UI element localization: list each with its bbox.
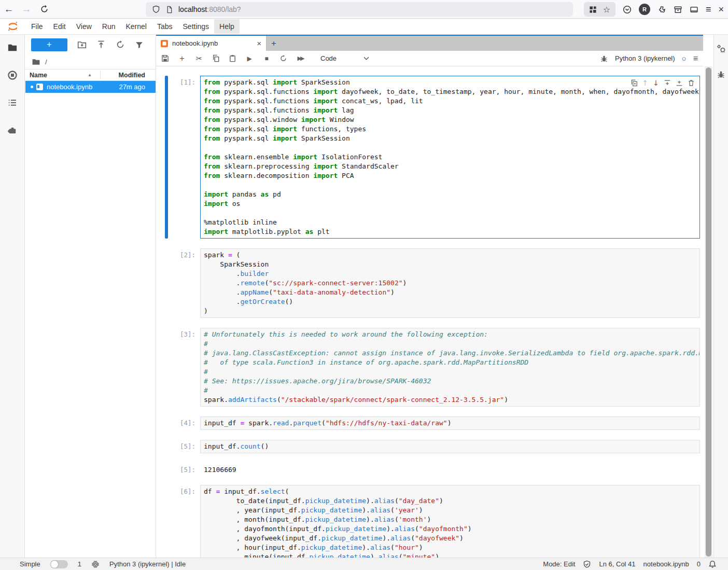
menu-settings[interactable]: Settings — [178, 19, 215, 34]
sort-ascending-icon[interactable]: ▲ — [88, 73, 92, 77]
file-browser-toolbar: + — [25, 35, 156, 54]
code-line: from sklearn.decomposition import PCA — [204, 171, 696, 180]
move-cell-up-icon[interactable]: ↑ — [642, 79, 649, 87]
save-icon[interactable] — [161, 54, 169, 62]
code-cell[interactable]: [5]:input_df.count() — [165, 440, 700, 453]
kernel-status-label[interactable]: Python 3 (ipykernel) | Idle — [109, 560, 186, 568]
new-tab-button[interactable]: + — [267, 36, 281, 51]
cell-editor[interactable]: input_df.count() — [200, 440, 700, 453]
file-row-selected[interactable]: notebook.ipynb 27m ago — [25, 81, 156, 93]
upload-icon[interactable] — [96, 40, 106, 49]
kernel-status-icon[interactable]: ○ — [682, 54, 687, 63]
move-cell-down-icon[interactable]: ↓ — [653, 79, 659, 87]
menu-view[interactable]: View — [71, 19, 97, 34]
kernel-chip-icon[interactable] — [91, 560, 100, 568]
restart-run-all-icon[interactable]: ▶▶ — [296, 55, 304, 62]
chevron-down-icon — [363, 57, 369, 60]
delete-cell-icon[interactable] — [688, 79, 695, 87]
home-folder-icon[interactable] — [32, 58, 40, 66]
cut-cells-icon[interactable]: ✂ — [195, 54, 203, 63]
cell-input-prompt: [5]: — [168, 440, 200, 453]
table-of-contents-icon[interactable] — [7, 98, 18, 108]
kernel-indicator-group: Python 3 (ipykernel) ○ ≡ — [600, 54, 703, 63]
duplicate-cell-icon[interactable] — [631, 79, 638, 87]
code-line: , year(input_df.pickup_datetime).alias('… — [204, 506, 696, 515]
copy-cells-icon[interactable] — [212, 54, 220, 62]
extensions-puzzle-icon[interactable] — [657, 5, 666, 14]
code-cell[interactable]: [4]:input_df = spark.read.parquet("hdfs:… — [165, 416, 700, 430]
debugger-sidebar-bug-icon[interactable] — [717, 70, 725, 79]
url-text[interactable]: localhost:8080/lab? — [178, 5, 241, 13]
sidebar-window-icon[interactable] — [690, 5, 698, 14]
code-line: # See: https://issues.apache.org/jira/br… — [204, 377, 696, 386]
cell-editor[interactable]: from pyspark.sql import SparkSessionfrom… — [200, 76, 700, 239]
cell-editor[interactable]: spark = ( SparkSession .builder .remote(… — [200, 248, 700, 318]
screenshot-grid-icon[interactable] — [589, 6, 597, 13]
tab-notebook[interactable]: notebook.ipynb × — [156, 36, 267, 51]
code-line: , month(input_df.pickup_datetime).alias(… — [204, 515, 696, 524]
paste-cells-icon[interactable] — [229, 54, 236, 62]
cell-editor[interactable]: # Unfortunately this is needed to work a… — [200, 328, 700, 407]
cell-type-select[interactable]: Code — [320, 54, 369, 62]
running-kernels-icon[interactable] — [7, 70, 18, 80]
code-cell[interactable]: [3]:# Unfortunately this is needed to wo… — [165, 328, 700, 407]
code-cell[interactable]: [6]:df = input_df.select( to_date(input_… — [165, 485, 700, 558]
cursor-position[interactable]: Ln 6, Col 41 — [599, 560, 635, 568]
breadcrumb-root[interactable]: / — [45, 58, 47, 66]
simple-mode-label: Simple — [20, 560, 40, 568]
menu-help[interactable]: Help — [214, 19, 240, 34]
menu-run[interactable]: Run — [97, 19, 121, 34]
tab-close-icon[interactable]: × — [257, 39, 261, 48]
notification-count[interactable]: 0 — [697, 560, 701, 568]
restart-kernel-icon[interactable] — [279, 54, 287, 62]
code-line: # — [204, 386, 696, 395]
new-launcher-button[interactable]: + — [31, 38, 67, 51]
statusbar-filename[interactable]: notebook.ipynb — [643, 560, 689, 568]
cell-editor[interactable]: df = input_df.select( to_date(input_df.p… — [200, 485, 700, 558]
account-avatar[interactable]: R — [639, 4, 650, 15]
insert-cell-icon[interactable]: + — [178, 53, 186, 64]
debugger-bug-icon[interactable] — [600, 54, 608, 63]
menu-tabs[interactable]: Tabs — [152, 19, 178, 34]
archive-icon[interactable] — [674, 5, 682, 14]
bookmark-star-icon[interactable]: ☆ — [603, 5, 610, 15]
browser-reload-icon[interactable] — [35, 5, 53, 13]
extension-manager-icon[interactable] — [7, 125, 18, 135]
bell-icon[interactable] — [708, 560, 717, 568]
insert-cell-above-icon[interactable] — [664, 79, 671, 87]
toggle-knob — [51, 561, 58, 568]
panel-menu-icon[interactable]: ≡ — [693, 54, 698, 63]
url-path: :8080/lab? — [207, 5, 241, 13]
column-name-label[interactable]: Name — [30, 72, 47, 79]
window-close-icon[interactable]: × — [718, 4, 724, 15]
code-line: import matplotlib.pyplot as plt — [204, 227, 696, 237]
cell-input-prompt: [1]: — [168, 76, 200, 239]
refresh-icon[interactable] — [116, 40, 125, 49]
property-inspector-gears-icon[interactable] — [717, 44, 726, 53]
menu-kernel[interactable]: Kernel — [120, 19, 151, 34]
browser-back-icon[interactable]: ← — [0, 4, 18, 15]
url-bar[interactable]: localhost:8080/lab? — [146, 2, 573, 17]
code-cell[interactable]: [1]:from pyspark.sql import SparkSession… — [165, 76, 700, 239]
cell-editor[interactable]: input_df = spark.read.parquet("hdfs://hd… — [200, 416, 700, 430]
pocket-icon[interactable] — [623, 5, 632, 14]
trusted-shield-icon[interactable] — [583, 560, 591, 568]
run-cell-icon[interactable]: ▶ — [245, 55, 254, 62]
simple-mode-toggle[interactable] — [50, 560, 68, 568]
new-folder-icon[interactable] — [77, 40, 87, 49]
insert-cell-below-icon[interactable] — [676, 79, 683, 87]
shield-icon[interactable] — [152, 5, 160, 13]
interrupt-kernel-icon[interactable]: ■ — [262, 55, 271, 62]
column-modified-label[interactable]: Modified — [119, 72, 145, 79]
browser-menu-icon[interactable]: ≡ — [706, 4, 711, 15]
kernel-name-label[interactable]: Python 3 (ipykernel) — [615, 54, 675, 62]
file-browser-tab-icon[interactable] — [7, 43, 18, 53]
menu-edit[interactable]: Edit — [48, 19, 71, 34]
browser-forward-icon[interactable]: → — [18, 4, 35, 15]
scrollbar-thumb[interactable] — [706, 67, 711, 557]
kernel-count[interactable]: 1 — [78, 560, 81, 568]
code-cell[interactable]: [2]:spark = ( SparkSession .builder .rem… — [165, 248, 700, 318]
menu-file[interactable]: File — [26, 19, 48, 34]
mode-indicator[interactable]: Mode: Edit — [543, 560, 575, 568]
filter-icon[interactable] — [135, 40, 144, 49]
